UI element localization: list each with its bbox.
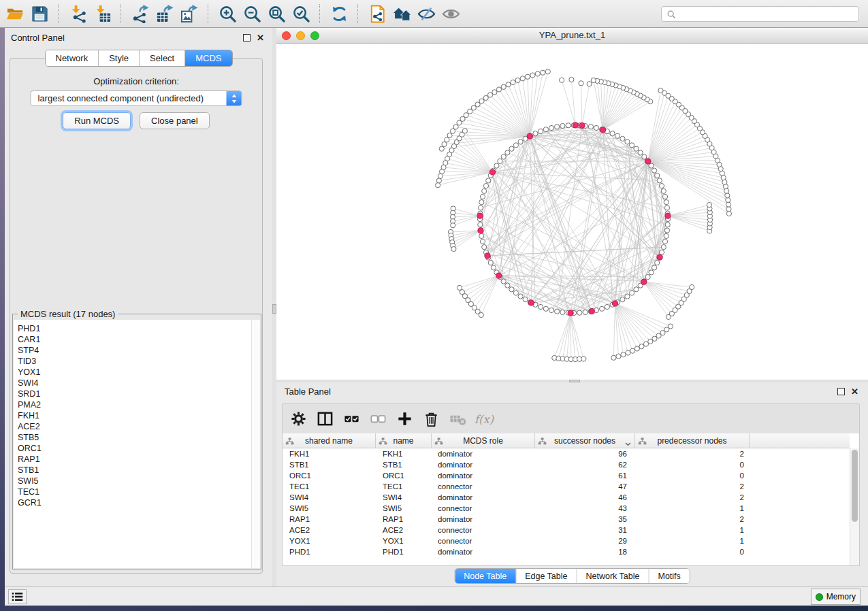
float-panel-icon[interactable] [243, 34, 251, 42]
table-cell: STB1 [376, 459, 432, 470]
tab-edge-table[interactable]: Edge Table [516, 569, 577, 583]
table-row[interactable]: ORC1ORC1dominator610 [283, 470, 850, 481]
column-header-shared-name[interactable]: shared name [283, 433, 376, 448]
unselect-all-rows-button[interactable] [369, 410, 387, 428]
table-cell: 61 [535, 470, 635, 481]
table-cell: 47 [535, 481, 635, 492]
export-network-button[interactable] [128, 2, 152, 25]
mcds-result-item[interactable]: SRD1 [14, 389, 251, 399]
table-row[interactable]: YOX1YOX1connector291 [283, 535, 850, 546]
export-image-button[interactable] [177, 2, 202, 25]
table-panel: Table Panel ✕ f(x) shared namenameMCDS r… [276, 382, 868, 587]
show-all-button[interactable] [389, 2, 414, 25]
table-row[interactable]: FKH1FKH1dominator962 [283, 448, 850, 459]
tab-motifs[interactable]: Motifs [649, 569, 689, 583]
import-network-button[interactable] [65, 2, 90, 25]
column-header-predecessor-nodes[interactable]: predecessor nodes [635, 433, 750, 448]
mcds-result-item[interactable]: RAP1 [14, 454, 251, 465]
tab-network-table[interactable]: Network Table [577, 569, 649, 583]
mcds-result-item[interactable]: STB5 [14, 432, 251, 443]
table-cell: 18 [535, 546, 635, 557]
table-row[interactable]: SWI5SWI5connector431 [283, 503, 850, 514]
column-header-MCDS-role[interactable]: MCDS role [432, 433, 535, 448]
function-builder-button: f(x) [475, 410, 494, 428]
task-history-button[interactable] [8, 589, 27, 604]
float-table-panel-icon[interactable] [837, 388, 845, 395]
table-row[interactable]: RAP1RAP1dominator352 [283, 514, 850, 525]
zoom-selected-icon [292, 5, 310, 23]
optimization-select[interactable]: largest connected component (undirected) [31, 90, 242, 106]
mcds-result-item[interactable]: TID3 [14, 356, 251, 367]
mcds-result-item[interactable]: FKH1 [14, 410, 251, 421]
mcds-result-item[interactable]: STP4 [14, 345, 251, 356]
network-from-file-button[interactable] [365, 2, 389, 25]
mcds-result-item[interactable]: YOX1 [14, 367, 251, 378]
mcds-result-item[interactable]: PMA2 [14, 399, 251, 410]
mcds-result-item[interactable]: PHD1 [14, 323, 251, 334]
mcds-result-item[interactable]: ACE2 [14, 421, 251, 432]
control-panel-window-buttons: ✕ [243, 34, 264, 42]
close-panel-icon[interactable]: ✕ [257, 34, 264, 42]
zoom-in-button[interactable] [215, 2, 240, 25]
close-panel-button[interactable]: Close panel [140, 112, 210, 129]
houses-icon [393, 5, 411, 23]
delete-rows-button[interactable] [422, 410, 440, 428]
mcds-result-item[interactable]: CAR1 [14, 334, 251, 345]
run-mcds-button[interactable]: Run MCDS [63, 112, 131, 129]
network-canvas[interactable] [276, 44, 868, 380]
open-file-button[interactable] [3, 2, 27, 25]
mcds-result-item[interactable]: SWI5 [14, 476, 251, 486]
table-cell: 2 [635, 514, 750, 525]
table-cell: connector [432, 535, 535, 546]
tab-mcds[interactable]: MCDS [185, 50, 231, 66]
add-row-button[interactable] [396, 410, 414, 428]
save-session-button[interactable] [27, 2, 52, 25]
mcds-result-item[interactable]: ORC1 [14, 443, 251, 454]
zoom-fit-button[interactable] [264, 2, 289, 25]
import-table-button[interactable] [90, 2, 114, 25]
mcds-result-item[interactable]: TEC1 [14, 486, 251, 497]
tab-node-table[interactable]: Node Table [455, 569, 516, 583]
trash-icon [423, 410, 440, 427]
hide-selected-button[interactable] [414, 2, 438, 25]
search-box[interactable] [661, 6, 859, 22]
show-columns-button[interactable] [316, 410, 334, 428]
memory-button[interactable]: Memory [811, 589, 861, 605]
column-header-successor-nodes[interactable]: successor nodes [535, 433, 635, 448]
mcds-list-scrollbar[interactable] [251, 320, 260, 568]
mcds-result-item[interactable]: GCR1 [14, 497, 251, 508]
refresh-view-button[interactable] [327, 2, 351, 25]
table-row[interactable]: STB1STB1dominator620 [283, 459, 850, 470]
table-row[interactable]: ACE2ACE2connector311 [283, 525, 850, 535]
table-row[interactable]: TEC1TEC1connector472 [283, 481, 850, 492]
column-header-name[interactable]: name [376, 433, 432, 448]
table-scrollbar[interactable] [850, 448, 859, 565]
close-table-panel-icon[interactable]: ✕ [851, 388, 858, 395]
table-cell: 31 [535, 525, 635, 535]
mcds-result-item[interactable]: SWI4 [14, 378, 251, 389]
tree-icon [538, 437, 547, 445]
table-settings-button[interactable] [289, 410, 308, 428]
table-cell: ACE2 [283, 525, 376, 535]
eye-icon [442, 5, 460, 23]
table-scrollbar-thumb[interactable] [852, 450, 858, 522]
table-row[interactable]: SWI4SWI4dominator462 [283, 492, 850, 503]
table-cell: 1 [635, 503, 750, 514]
table-row[interactable]: PHD1PHD1dominator180 [283, 546, 850, 557]
search-input[interactable] [679, 7, 858, 20]
tab-network[interactable]: Network [45, 50, 99, 66]
table-cell: dominator [432, 546, 535, 557]
zoom-out-button[interactable] [240, 2, 264, 25]
export-table-button[interactable] [152, 2, 177, 25]
tab-style[interactable]: Style [99, 50, 140, 66]
zoom-selected-button[interactable] [289, 2, 313, 25]
tree-icon [379, 437, 387, 445]
select-all-rows-button[interactable] [342, 410, 361, 428]
memory-status-dot [816, 593, 823, 601]
table-toolbar: f(x) [282, 403, 860, 434]
table-cell: dominator [432, 492, 535, 503]
tab-select[interactable]: Select [140, 50, 185, 66]
mcds-result-listbox[interactable]: PHD1CAR1STP4TID3YOX1SWI4SRD1PMA2FKH1ACE2… [14, 320, 260, 568]
show-hidden-button[interactable] [438, 2, 463, 25]
mcds-result-item[interactable]: STB1 [14, 465, 251, 476]
